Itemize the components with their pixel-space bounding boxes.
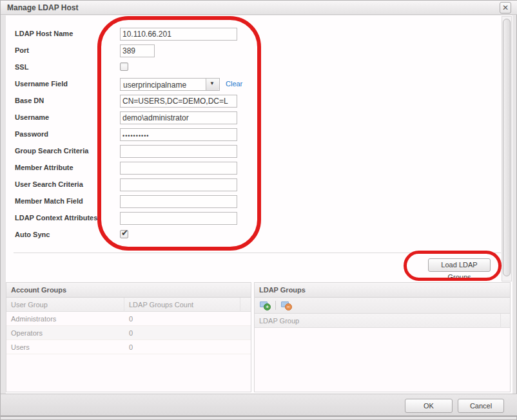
account-groups-title: Account Groups xyxy=(6,283,251,294)
user-search-criteria-input[interactable] xyxy=(120,178,237,191)
username-label: Username xyxy=(15,113,49,121)
load-ldap-groups-button[interactable]: Load LDAP Groups xyxy=(428,258,491,272)
group-search-criteria-label: Group Search Criteria xyxy=(15,147,88,155)
table-row-operators[interactable]: Operators 0 xyxy=(6,326,251,340)
port-label: Port xyxy=(15,46,29,54)
remove-group-icon[interactable]: − xyxy=(281,300,291,310)
account-groups-table-header: User Group LDAP Groups Count xyxy=(6,298,251,312)
username-field-select[interactable]: userprincipalname ▼ xyxy=(120,78,220,91)
user-group-cell: Users xyxy=(6,340,124,354)
ssl-checkbox[interactable] xyxy=(120,62,128,71)
dialog-titlebar: Manage LDAP Host ✕ xyxy=(1,1,517,15)
ldap-groups-table-header: LDAP Group xyxy=(255,314,510,328)
column-spacer xyxy=(501,314,510,328)
table-row-administrators[interactable]: Administrators 0 xyxy=(6,312,251,326)
auto-sync-label: Auto Sync xyxy=(15,231,50,238)
base-dn-input[interactable] xyxy=(120,95,237,108)
ssl-label: SSL xyxy=(15,63,28,71)
cancel-button[interactable]: Cancel xyxy=(458,399,504,413)
dialog-title: Manage LDAP Host xyxy=(7,3,78,12)
ldap-groups-count-cell: 0 xyxy=(124,326,240,339)
ldap-host-name-label: LDAP Host Name xyxy=(15,30,73,37)
ldap-groups-toolbar: + − xyxy=(255,298,510,314)
dialog-footer: OK Cancel xyxy=(1,394,517,417)
member-match-field-input[interactable] xyxy=(120,195,237,208)
password-label: Password xyxy=(15,130,48,138)
scrollbar-thumb[interactable] xyxy=(503,19,511,276)
table-row-users[interactable]: Users 0 xyxy=(6,340,251,354)
vertical-scrollbar[interactable] xyxy=(502,16,512,282)
member-attribute-label: Member Attribute xyxy=(15,164,73,171)
plus-badge-icon: + xyxy=(264,303,271,310)
form-divider xyxy=(14,253,501,253)
username-field-label: Username Field xyxy=(15,80,68,88)
account-groups-panel: Account Groups User Group LDAP Groups Co… xyxy=(6,282,251,392)
ldap-host-name-input[interactable] xyxy=(120,28,237,41)
ldap-groups-title: LDAP Groups xyxy=(255,283,510,294)
base-dn-label: Base DN xyxy=(15,97,44,104)
ok-button[interactable]: OK xyxy=(405,399,453,413)
user-search-criteria-label: User Search Criteria xyxy=(15,180,83,188)
user-group-cell: Operators xyxy=(6,326,124,339)
member-attribute-input[interactable] xyxy=(120,162,237,175)
clear-link[interactable]: Clear xyxy=(226,80,242,88)
group-search-criteria-input[interactable] xyxy=(120,145,237,158)
check-icon: ✔ xyxy=(121,228,128,238)
select-dropdown-button[interactable]: ▼ xyxy=(206,79,219,90)
port-input[interactable] xyxy=(120,44,155,57)
username-input[interactable] xyxy=(120,111,237,124)
close-icon: ✕ xyxy=(502,3,509,12)
auto-sync-checkbox[interactable]: ✔ xyxy=(120,230,128,238)
column-user-group[interactable]: User Group xyxy=(6,298,124,312)
toolbar-separator xyxy=(275,301,276,310)
ldap-groups-panel: LDAP Groups + − LDAP Group xyxy=(254,282,511,392)
account-groups-header: Account Groups xyxy=(6,283,251,298)
ldap-groups-header: LDAP Groups xyxy=(255,283,510,298)
username-field-select-value: userprincipalname xyxy=(123,81,186,90)
password-input[interactable] xyxy=(120,128,237,141)
member-match-field-label: Member Match Field xyxy=(15,197,83,205)
user-group-cell: Administrators xyxy=(6,312,124,325)
ldap-groups-count-cell: 0 xyxy=(124,312,240,325)
close-button[interactable]: ✕ xyxy=(500,2,511,14)
manage-ldap-host-dialog: Manage LDAP Host ✕ LDAP Host Name Port S… xyxy=(0,0,517,420)
column-ldap-groups-count[interactable]: LDAP Groups Count xyxy=(124,298,240,312)
ldap-groups-count-cell: 0 xyxy=(124,340,240,354)
chevron-down-icon: ▼ xyxy=(210,81,215,86)
column-ldap-group[interactable]: LDAP Group xyxy=(255,314,501,328)
ldap-context-attributes-input[interactable] xyxy=(120,212,237,225)
minus-badge-icon: − xyxy=(285,303,292,310)
column-spacer xyxy=(240,298,251,312)
ldap-context-attributes-label: LDAP Context Attributes xyxy=(15,214,97,222)
add-group-icon[interactable]: + xyxy=(260,300,270,310)
dialog-content: LDAP Host Name Port SSL Username Field u… xyxy=(6,15,512,394)
